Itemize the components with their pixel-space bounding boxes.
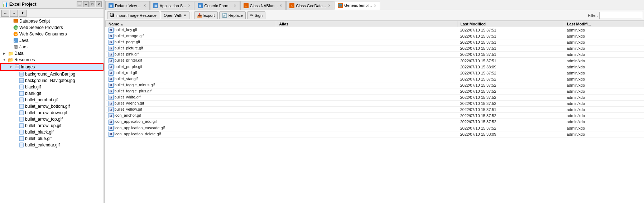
cell-last-modified: 2022/07/10 15:37:52 <box>457 101 564 107</box>
back-button[interactable]: ← <box>1 10 9 17</box>
tab-close-application-s[interactable]: ✕ <box>187 4 191 8</box>
expander-data[interactable]: ▶ <box>1 52 7 55</box>
tree-item-black-gif[interactable]: black.gif <box>0 84 104 90</box>
restore-icon[interactable]: □ <box>90 1 95 7</box>
file-icon: 🖼 <box>109 77 114 82</box>
table-row[interactable]: 🖼bullet_key.gif2022/07/10 15:37:51admin/… <box>106 27 644 33</box>
svg-text:WS: WS <box>15 33 18 35</box>
replace-button[interactable]: 🔄 Replace <box>219 11 246 19</box>
col-header-lastmodifiedby[interactable]: Last Modifi... <box>564 21 644 27</box>
table-row[interactable]: 🖼icon_application_cascade.gif2022/07/10 … <box>106 125 644 131</box>
tree-item-bullet-acrobat[interactable]: bullet_acrobat.gif <box>0 97 104 103</box>
forward-button[interactable]: → <box>10 10 18 17</box>
content-table: Name ▲ Alias Last Modified Last Modifi..… <box>105 21 644 137</box>
col-header-lastmodified[interactable]: Last Modified <box>457 21 564 27</box>
tree-item-bullet-arrow-up[interactable]: bullet_arrow_up.gif <box>0 122 104 129</box>
tree-item-blank-gif[interactable]: blank.gif <box>0 90 104 97</box>
cell-last-modified: 2022/07/10 15:37:51 <box>457 107 564 113</box>
tree-item-db-script[interactable]: Database Script <box>0 18 104 24</box>
tab-close-generic-form[interactable]: ✕ <box>233 4 237 8</box>
sign-button[interactable]: ✏ Sign <box>247 11 265 19</box>
col-header-alias[interactable]: Alias <box>276 21 457 27</box>
menu-icon[interactable]: ☰ <box>77 1 82 7</box>
tree-item-resources[interactable]: ▼ 📂 Resources <box>0 57 104 63</box>
tree-item-java[interactable]: J Java <box>0 37 104 44</box>
import-image-resource-button[interactable]: 🖼 Import Image Resource <box>107 11 159 19</box>
tab-class-nabfun[interactable]: C Class.NABfun... ✕ <box>240 1 286 10</box>
icon-bg-navigator <box>19 78 24 83</box>
replace-label: Replace <box>229 13 243 18</box>
tree-item-bullet-arrow-down[interactable]: bullet_arrow_down.gif <box>0 110 104 116</box>
export-button[interactable]: 📤 Export <box>194 11 218 19</box>
tab-application-s[interactable]: ▦ Application S... ✕ <box>150 1 194 10</box>
table-row[interactable]: 🖼bullet_orange.gif2022/07/10 15:37:51adm… <box>106 33 644 39</box>
tree-item-ws-consumers[interactable]: WS Web Service Consumers <box>0 31 104 37</box>
tab-close-generic-templ[interactable]: ✕ <box>373 4 377 8</box>
minimize-icon[interactable]: ─ <box>83 1 89 7</box>
table-row[interactable]: 🖼bullet_star.gif2022/07/10 15:37:52admin… <box>106 76 644 82</box>
close-icon[interactable]: ✕ <box>96 1 102 7</box>
svg-text:jar: jar <box>14 46 17 49</box>
cell-alias <box>276 33 457 39</box>
tab-icon-class-geodat: C <box>289 3 294 8</box>
icon-bullet-black <box>19 129 24 135</box>
tab-default-view[interactable]: ▦ Default View ... ✕ <box>105 1 150 10</box>
table-row[interactable]: 🖼icon_application_add.gif2022/07/10 15:3… <box>106 119 644 125</box>
cell-alias <box>276 70 457 76</box>
tab-icon-application-s: ▦ <box>153 3 158 8</box>
table-row[interactable]: 🖼bullet_toggle_minus.gif2022/07/10 15:37… <box>106 82 644 88</box>
tab-close-class-geodat[interactable]: ✕ <box>327 4 331 8</box>
table-row[interactable]: 🖼bullet_printer.gif2022/07/10 15:37:51ad… <box>106 58 644 64</box>
tree-item-bg-actionbar[interactable]: background_ActionBar.jpg <box>0 71 104 77</box>
table-row[interactable]: 🖼bullet_toggle_plus.gif2022/07/10 15:37:… <box>106 88 644 94</box>
table-row[interactable]: 🖼bullet_yellow.gif2022/07/10 15:37:51adm… <box>106 107 644 113</box>
up-button[interactable]: ⬆ <box>19 10 27 17</box>
icon-jars: jar <box>13 44 19 50</box>
icon-images <box>14 64 20 70</box>
tab-close-class-nabfun[interactable]: ✕ <box>279 4 283 8</box>
col-name-label: Name <box>109 22 119 26</box>
table-row[interactable]: 🖼bullet_wrench.gif2022/07/10 15:37:52adm… <box>106 101 644 107</box>
tree-item-bullet-arrow-top[interactable]: bullet_arrow_top.gif <box>0 116 104 122</box>
filter-input[interactable] <box>599 12 642 19</box>
tree-item-bullet-black[interactable]: bullet_black.gif <box>0 129 104 135</box>
tree-item-bullet-calendar[interactable]: bullet_calendar.gif <box>0 142 104 148</box>
cell-last-modified-by: admin/xdo <box>564 64 644 70</box>
tab-generic-templ[interactable]: 🌐 GenericTempl... ✕ <box>335 1 380 10</box>
cell-name: 🖼bullet_printer.gif <box>106 58 276 64</box>
tree-item-images[interactable]: ▼ Images <box>0 63 104 71</box>
table-row[interactable]: 🖼icon_application_delete.gif2022/07/10 1… <box>106 131 644 137</box>
tree-item-bullet-blue[interactable]: bullet_blue.gif <box>0 135 104 142</box>
tree-item-ws-providers[interactable]: WS Web Service Providers <box>0 24 104 31</box>
table-row[interactable]: 🖼bullet_pink.gif2022/07/10 15:37:51admin… <box>106 52 644 58</box>
table-row[interactable]: 🖼bullet_page.gif2022/07/10 15:37:51admin… <box>106 39 644 45</box>
tab-icon-class-nabfun: C <box>244 3 249 8</box>
left-panel-titlebar: 📊 Excel Project ☰ ─ □ ✕ <box>0 0 104 9</box>
label-images: Images <box>21 64 35 69</box>
col-header-name[interactable]: Name ▲ <box>106 21 276 27</box>
table-row[interactable]: 🖼icon_anchor.gif2022/07/10 15:37:52admin… <box>106 113 644 119</box>
svg-rect-25 <box>19 130 24 134</box>
tree-item-data[interactable]: ▶ 📁 Data <box>0 50 104 57</box>
expander-resources[interactable]: ▼ <box>1 58 7 62</box>
table-row[interactable]: 🖼bullet_picture.gif2022/07/10 15:37:51ad… <box>106 45 644 52</box>
label-java: Java <box>19 38 28 43</box>
expander-images[interactable]: ▼ <box>8 66 14 69</box>
tree-item-bullet-arrow-bottom[interactable]: bullet_arrow_bottom.gif <box>0 103 104 110</box>
import-label: Import Image Resource <box>115 13 157 18</box>
icon-db-script <box>13 18 19 24</box>
tab-close-default-view[interactable]: ✕ <box>143 4 146 8</box>
svg-rect-26 <box>19 136 24 141</box>
cell-last-modified-by: admin/xdo <box>564 107 644 113</box>
tab-generic-form[interactable]: ▦ Generic Form... ✕ <box>194 1 240 10</box>
table-row[interactable]: 🖼bullet_red.gif2022/07/10 15:37:52admin/… <box>106 70 644 76</box>
cell-alias <box>276 101 457 107</box>
svg-rect-27 <box>19 143 24 147</box>
tree-item-jars[interactable]: jar Jars <box>0 44 104 50</box>
tab-class-geodat[interactable]: C Class.GeoData... ✕ <box>286 1 334 10</box>
open-with-button[interactable]: Open With ▼ <box>161 11 189 19</box>
tree-item-bg-navigator[interactable]: background_Navigator.jpg <box>0 77 104 84</box>
table-row[interactable]: 🖼bullet_white.gif2022/07/10 15:37:52admi… <box>106 95 644 101</box>
icon-blank-gif <box>19 91 24 96</box>
table-row[interactable]: 🖼bullet_purple.gif2022/07/10 15:38:09adm… <box>106 64 644 70</box>
